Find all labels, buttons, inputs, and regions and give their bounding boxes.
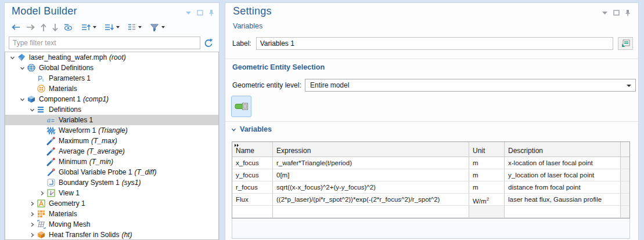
cell-name-row2[interactable]: r_focus bbox=[232, 181, 273, 194]
pin-panel-icon[interactable] bbox=[625, 9, 631, 16]
cell-name-row4[interactable] bbox=[232, 206, 273, 218]
waveform-icon bbox=[46, 126, 56, 135]
chevron-right-icon[interactable] bbox=[27, 232, 37, 238]
pin-panel-icon[interactable] bbox=[208, 9, 214, 16]
node-label-icon bbox=[128, 23, 136, 31]
show-icon bbox=[63, 23, 73, 31]
tree-item-materials[interactable]: Materials bbox=[5, 83, 218, 94]
cell-expression-row1[interactable]: 0[m] bbox=[273, 169, 469, 181]
tree-item-moving-mesh[interactable]: Moving Mesh bbox=[5, 219, 218, 230]
cell-description-row1[interactable]: y_location of laser focal point bbox=[505, 169, 621, 181]
label-input[interactable] bbox=[256, 37, 613, 50]
cell-name-row1[interactable]: y_focus bbox=[232, 169, 273, 181]
column-header-unit[interactable]: Unit bbox=[469, 142, 505, 157]
variables-section-title: Variables bbox=[240, 125, 272, 133]
global-probe-icon bbox=[46, 168, 56, 177]
cell-name-row0[interactable]: x_focus bbox=[232, 157, 273, 169]
variables-section-header[interactable]: Variables bbox=[231, 125, 272, 133]
probe-icon bbox=[46, 136, 56, 146]
float-panel-icon[interactable] bbox=[613, 10, 620, 16]
label-options-button[interactable] bbox=[618, 37, 633, 50]
chevron-right-icon[interactable] bbox=[27, 222, 37, 227]
tree-item-global-definitions[interactable]: Global Definitions bbox=[5, 63, 218, 73]
chevron-down-icon[interactable] bbox=[27, 107, 37, 112]
move-up-icon bbox=[40, 23, 47, 32]
tree-item-parameters-1[interactable]: PiParameters 1 bbox=[5, 73, 218, 83]
tree-item-definitions[interactable]: Definitions bbox=[5, 104, 218, 115]
cell-unit-row4[interactable] bbox=[469, 206, 505, 218]
cell-description-row3[interactable]: laser heat flux, Gaussian profile bbox=[505, 194, 621, 206]
move-down-icon bbox=[52, 23, 59, 32]
expand-all-button[interactable] bbox=[80, 21, 98, 34]
cell-name-row3[interactable]: Flux bbox=[232, 194, 273, 206]
tree-item-geometry-1[interactable]: Geometry 1 bbox=[5, 198, 218, 209]
cell-description-row2[interactable]: distance from focal point bbox=[505, 181, 621, 194]
chevron-down-icon[interactable] bbox=[8, 55, 17, 60]
dropdown-caret-icon bbox=[138, 26, 142, 28]
cell-expression-row4[interactable] bbox=[273, 206, 469, 218]
tree-item-maximum[interactable]: Maximum(T_max) bbox=[5, 136, 218, 146]
tree-item-global-variable-probe-1[interactable]: Global Variable Probe 1(T_diff) bbox=[5, 167, 218, 177]
float-panel-icon[interactable] bbox=[197, 10, 203, 16]
tree-item-laser-heating-wafer-mph[interactable]: laser_heating_wafer.mph(root) bbox=[5, 52, 218, 63]
filter-input[interactable] bbox=[9, 37, 200, 49]
cell-expression-row0[interactable]: r_wafer*Triangle(t/period) bbox=[273, 157, 469, 169]
chevron-right-icon[interactable] bbox=[27, 212, 37, 217]
cell-blank-row1 bbox=[621, 169, 629, 181]
chevron-down-icon[interactable] bbox=[17, 66, 27, 71]
move-down-button[interactable] bbox=[50, 21, 60, 34]
geometric-entity-level-label: Geometric entity level: bbox=[232, 81, 301, 89]
forward-button[interactable] bbox=[24, 21, 37, 34]
chevron-right-icon[interactable] bbox=[27, 201, 37, 206]
tree-item-variables-1[interactable]: a=Variables 1 bbox=[5, 115, 218, 125]
cell-unit-row2[interactable]: m bbox=[469, 181, 505, 194]
cell-unit-row1[interactable]: m bbox=[469, 169, 505, 181]
model-builder-tree: laser_heating_wafer.mph(root)Global Defi… bbox=[5, 52, 219, 240]
selection-active-icon bbox=[235, 102, 249, 111]
settings-window-controls bbox=[602, 9, 631, 16]
chevron-down-icon[interactable] bbox=[17, 97, 27, 102]
cell-expression-row3[interactable]: ((2*p_laser)/(pi*r_spot^2))*exp(-(2*r_fo… bbox=[273, 194, 469, 206]
tree-item-boundary-system-1[interactable]: Boundary System 1(sys1) bbox=[5, 177, 218, 188]
tree-item-view-1[interactable]: View 1 bbox=[5, 188, 218, 198]
dropdown-caret-icon bbox=[161, 26, 165, 28]
tree-item-materials[interactable]: Materials bbox=[5, 209, 218, 219]
filter-button[interactable] bbox=[148, 21, 167, 34]
dropdown-caret-icon bbox=[116, 26, 120, 28]
variables-table-empty-area[interactable] bbox=[232, 219, 630, 239]
model-builder-title: Model Builder bbox=[12, 5, 77, 17]
dropdown-caret-icon bbox=[627, 85, 631, 87]
variables-icon: a= bbox=[46, 115, 56, 125]
cell-description-row0[interactable]: x-location of laser focal point bbox=[505, 157, 621, 169]
column-header-description[interactable]: Description bbox=[505, 142, 621, 157]
show-button[interactable] bbox=[62, 21, 75, 34]
tree-item-component-1[interactable]: Component 1(comp1) bbox=[5, 94, 218, 104]
tree-item-waveform-1[interactable]: Waveform 1(Triangle) bbox=[5, 125, 218, 136]
geometric-entity-level-value: Entire model bbox=[310, 81, 349, 89]
move-up-button[interactable] bbox=[38, 21, 49, 34]
heat-transfer-icon bbox=[37, 230, 46, 239]
cell-unit-row0[interactable]: m bbox=[469, 157, 505, 169]
cell-expression-row2[interactable]: sqrt((x-x_focus)^2+(y-y_focus)^2) bbox=[273, 181, 469, 194]
probe-icon bbox=[46, 147, 56, 156]
panel-menu-icon[interactable] bbox=[602, 10, 608, 16]
column-header-expression[interactable]: Expression bbox=[273, 142, 469, 157]
column-header-name[interactable]: Name bbox=[232, 142, 273, 157]
collapse-all-button[interactable] bbox=[103, 21, 121, 34]
section-separator bbox=[225, 59, 638, 59]
column-header-blank bbox=[621, 142, 629, 157]
active-selection-toggle-button[interactable] bbox=[231, 96, 251, 117]
chevron-right-icon[interactable] bbox=[37, 191, 46, 196]
geometric-entity-level-select[interactable]: Entire model bbox=[305, 79, 636, 92]
panel-menu-icon[interactable] bbox=[185, 10, 192, 16]
back-button[interactable] bbox=[9, 21, 23, 34]
cell-unit-row3[interactable]: W/m2 bbox=[469, 194, 505, 206]
cell-description-row4[interactable] bbox=[505, 206, 621, 218]
refresh-icon[interactable] bbox=[200, 38, 215, 48]
node-label-button[interactable] bbox=[126, 21, 143, 34]
probe-icon bbox=[46, 157, 56, 166]
tree-item-minimum[interactable]: Minimum(T_min) bbox=[5, 157, 218, 167]
tree-item-heat-transfer-in-solids[interactable]: Heat Transfer in Solids(ht) bbox=[5, 230, 218, 240]
tree-item-average[interactable]: Average(T_average) bbox=[5, 146, 218, 157]
model-builder-filter-row bbox=[9, 36, 215, 50]
